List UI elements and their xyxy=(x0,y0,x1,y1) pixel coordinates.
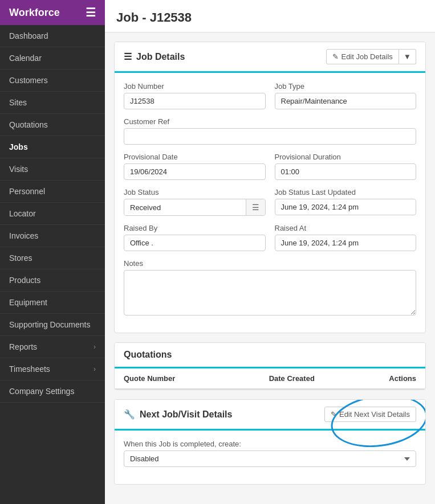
sidebar-item-label: Jobs xyxy=(9,142,28,151)
form-row-1: Job Number Job Type xyxy=(124,82,416,109)
list-icon: ☰ xyxy=(124,51,132,62)
customer-ref-group: Customer Ref xyxy=(124,117,416,145)
raised-by-group: Raised By xyxy=(124,224,266,251)
job-type-group: Job Type xyxy=(275,82,417,109)
sidebar-item-quotations[interactable]: Quotations xyxy=(0,114,105,136)
sidebar-item-label: Timesheets xyxy=(9,364,50,374)
raised-by-input[interactable] xyxy=(124,235,266,251)
sidebar-item-sites[interactable]: Sites xyxy=(0,92,105,114)
job-status-input-wrapper: ☰ xyxy=(124,199,266,216)
sidebar-item-label: Dashboard xyxy=(9,31,48,40)
sidebar-item-label: Personnel xyxy=(9,187,45,196)
job-status-input[interactable] xyxy=(124,200,246,215)
form-row-5: Raised By Raised At xyxy=(124,224,416,251)
sidebar-item-timesheets[interactable]: Timesheets › xyxy=(0,358,105,380)
edit-job-details-dropdown[interactable]: ▼ xyxy=(399,49,416,64)
provisional-duration-label: Provisional Duration xyxy=(275,153,417,161)
job-status-label: Job Status xyxy=(124,188,266,196)
job-number-label: Job Number xyxy=(124,82,266,91)
quotations-title: Quotations xyxy=(124,350,172,360)
when-completed-group: When this Job is completed, create: Disa… xyxy=(124,440,416,467)
job-details-header: ☰ Job Details ✎ Edit Job Details ▼ xyxy=(115,42,425,73)
sidebar-item-visits[interactable]: Visits xyxy=(0,158,105,181)
sidebar-item-label: Quotations xyxy=(9,120,48,129)
raised-by-label: Raised By xyxy=(124,224,266,232)
app-name: Workforce xyxy=(9,7,60,19)
chevron-right-icon: › xyxy=(93,343,96,351)
sidebar-item-label: Sites xyxy=(9,98,27,107)
provisional-date-group: Provisional Date xyxy=(124,153,266,180)
sidebar-item-label: Equipment xyxy=(9,298,47,307)
next-job-form: When this Job is completed, create: Disa… xyxy=(115,431,425,484)
sidebar-item-label: Invoices xyxy=(9,231,38,240)
job-number-input[interactable] xyxy=(124,93,266,109)
chevron-right-icon: › xyxy=(93,365,96,373)
next-job-actions-wrapper: ✎ Edit Next Visit Details xyxy=(324,407,416,422)
sidebar-item-dashboard[interactable]: Dashboard xyxy=(0,25,105,47)
quotations-card: Quotations Quote Number Date Created Act… xyxy=(114,342,426,390)
status-list-icon[interactable]: ☰ xyxy=(246,199,265,215)
caret-down-icon: ▼ xyxy=(404,52,411,61)
edit-next-visit-button[interactable]: ✎ Edit Next Visit Details xyxy=(324,407,416,422)
provisional-duration-group: Provisional Duration xyxy=(275,153,417,180)
form-row-2: Customer Ref xyxy=(124,117,416,145)
form-row-6: Notes xyxy=(124,259,416,315)
job-details-actions: ✎ Edit Job Details ▼ xyxy=(326,49,416,64)
job-status-last-updated-label: Job Status Last Updated xyxy=(275,188,417,196)
sidebar-item-personnel[interactable]: Personnel xyxy=(0,181,105,203)
main-content: Job - J12538 ☰ Job Details ✎ Edit Job De… xyxy=(105,0,435,504)
sidebar-item-locator[interactable]: Locator xyxy=(0,203,105,225)
quotations-header: Quotations xyxy=(115,343,425,368)
sidebar-item-label: Visits xyxy=(9,165,28,174)
job-details-card: ☰ Job Details ✎ Edit Job Details ▼ Job N… xyxy=(114,42,426,333)
form-row-4: Job Status ☰ Job Status Last Updated xyxy=(124,188,416,216)
job-number-group: Job Number xyxy=(124,82,266,109)
wrench-icon: 🔧 xyxy=(124,409,135,420)
sidebar-item-company-settings[interactable]: Company Settings xyxy=(0,380,105,403)
customer-ref-label: Customer Ref xyxy=(124,117,416,126)
notes-textarea[interactable] xyxy=(124,270,416,315)
provisional-date-label: Provisional Date xyxy=(124,153,266,161)
sidebar-item-customers[interactable]: Customers xyxy=(0,69,105,92)
col-header-quote-number: Quote Number xyxy=(124,374,236,383)
when-completed-select[interactable]: Disabled xyxy=(124,450,416,467)
job-details-title: ☰ Job Details xyxy=(124,51,185,62)
pencil-icon: ✎ xyxy=(331,410,337,419)
sidebar-item-equipment[interactable]: Equipment xyxy=(0,292,105,314)
sidebar-item-label: Locator xyxy=(9,209,36,218)
job-status-last-updated-input[interactable] xyxy=(275,199,417,215)
hamburger-icon[interactable]: ☰ xyxy=(86,6,96,19)
sidebar-item-label: Products xyxy=(9,276,40,285)
sidebar-item-label: Supporting Documents xyxy=(9,320,90,329)
sidebar-item-jobs[interactable]: Jobs xyxy=(0,136,105,158)
customer-ref-input[interactable] xyxy=(124,128,416,145)
sidebar-item-label: Customers xyxy=(9,76,48,85)
sidebar-item-calendar[interactable]: Calendar xyxy=(0,47,105,69)
sidebar-item-products[interactable]: Products xyxy=(0,269,105,292)
sidebar-item-stores[interactable]: Stores xyxy=(0,247,105,269)
sidebar-item-label: Calendar xyxy=(9,54,42,63)
sidebar-item-label: Reports xyxy=(9,342,37,351)
provisional-date-input[interactable] xyxy=(124,163,266,180)
raised-at-group: Raised At xyxy=(275,224,417,251)
form-row-3: Provisional Date Provisional Duration xyxy=(124,153,416,180)
next-job-card: 🔧 Next Job/Visit Details ✎ Edit Next Vis… xyxy=(114,399,426,485)
next-job-header: 🔧 Next Job/Visit Details ✎ Edit Next Vis… xyxy=(115,400,425,431)
sidebar-item-label: Company Settings xyxy=(9,387,74,396)
sidebar-item-invoices[interactable]: Invoices xyxy=(0,225,105,247)
job-status-last-updated-group: Job Status Last Updated xyxy=(275,188,417,216)
col-header-date-created: Date Created xyxy=(236,374,348,383)
page-title: Job - J12538 xyxy=(105,0,435,32)
job-type-input[interactable] xyxy=(275,93,417,109)
pencil-icon: ✎ xyxy=(332,52,339,61)
sidebar-item-reports[interactable]: Reports › xyxy=(0,336,105,358)
sidebar-item-supporting-documents[interactable]: Supporting Documents xyxy=(0,314,105,336)
provisional-duration-input[interactable] xyxy=(275,163,417,180)
job-details-form: Job Number Job Type Customer Ref Provisi… xyxy=(115,73,425,333)
when-completed-label: When this Job is completed, create: xyxy=(124,440,416,448)
notes-group: Notes xyxy=(124,259,416,315)
sidebar: Workforce ☰ Dashboard Calendar Customers… xyxy=(0,0,105,504)
raised-at-input[interactable] xyxy=(275,235,417,251)
next-job-title: 🔧 Next Job/Visit Details xyxy=(124,409,232,420)
edit-job-details-button[interactable]: ✎ Edit Job Details xyxy=(326,49,399,64)
